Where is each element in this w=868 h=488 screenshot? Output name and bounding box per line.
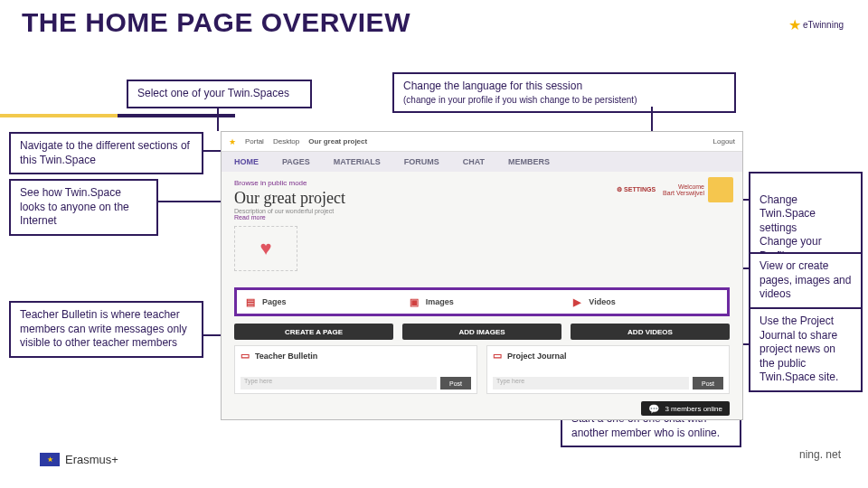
media-videos[interactable]: ▶Videos bbox=[563, 290, 727, 314]
nav-materials[interactable]: MATERIALS bbox=[334, 157, 381, 166]
journal-icon: ▭ bbox=[493, 350, 502, 361]
footer-url: ning. net bbox=[799, 448, 841, 461]
image-icon: ▣ bbox=[408, 296, 420, 308]
topbar-portal[interactable]: Portal bbox=[245, 137, 264, 145]
callout-change-language: Change the language for this session (ch… bbox=[392, 72, 736, 113]
project-journal: ▭Project Journal Type here Post bbox=[486, 345, 730, 394]
read-more-link[interactable]: Read more bbox=[234, 214, 266, 221]
etwinning-logo-label: eTwinning bbox=[803, 20, 844, 30]
callout-text: Teacher Bulletin is where teacher member… bbox=[20, 308, 187, 349]
callout-text: Change the language for this session bbox=[403, 80, 725, 94]
underline-accent bbox=[0, 114, 118, 117]
callout-text: View or create pages, images and videos bbox=[760, 259, 851, 300]
main-nav: HOME PAGES MATERIALS FORUMS CHAT MEMBERS bbox=[222, 152, 742, 172]
eu-flag-icon: ★ bbox=[40, 453, 60, 466]
project-body: Browse in public mode Our great project … bbox=[222, 172, 742, 278]
callout-text: Use the Project Journal to share project… bbox=[760, 314, 838, 383]
callout-select-twinspace: Select one of your Twin.Spaces bbox=[127, 80, 312, 108]
add-images-button[interactable]: ADD IMAGES bbox=[402, 324, 561, 340]
avatar[interactable] bbox=[708, 177, 733, 202]
connector bbox=[217, 107, 219, 131]
nav-home[interactable]: HOME bbox=[234, 157, 259, 166]
welcome-text: Welcome Bart Verswijvel bbox=[663, 183, 704, 196]
erasmus-logo: ★ Erasmus+ bbox=[40, 453, 118, 466]
callout-text: Navigate to the different sections of th… bbox=[20, 139, 190, 166]
journal-input[interactable]: Type here bbox=[493, 377, 689, 389]
callout-public-view: See how Twin.Space looks to anyone on th… bbox=[9, 179, 158, 236]
add-videos-button[interactable]: ADD VIDEOS bbox=[571, 324, 730, 340]
journal-title: Project Journal bbox=[507, 352, 567, 361]
topbar-project[interactable]: Our great project bbox=[308, 137, 367, 145]
twinspace-screenshot: ★ Portal Desktop Our great project Logou… bbox=[221, 131, 743, 420]
erasmus-label: Erasmus+ bbox=[65, 453, 118, 466]
callout-text: See how Twin.Space looks to anyone on th… bbox=[20, 186, 129, 227]
bulletin-post-button[interactable]: Post bbox=[440, 377, 471, 389]
book-icon: ▭ bbox=[241, 350, 250, 361]
logout-link[interactable]: Logout bbox=[713, 137, 735, 145]
video-icon: ▶ bbox=[571, 296, 583, 308]
media-pages[interactable]: ▤Pages bbox=[237, 290, 401, 314]
members-online-label: 3 members online bbox=[665, 405, 722, 413]
nav-members[interactable]: MEMBERS bbox=[508, 157, 550, 166]
project-image-placeholder: ♥ bbox=[234, 226, 297, 271]
project-subtitle: Description of our wonderful project Rea… bbox=[234, 208, 730, 221]
teacher-bulletin: ▭Teacher Bulletin Type here Post bbox=[234, 345, 477, 394]
nav-forums[interactable]: FORUMS bbox=[404, 157, 439, 166]
callout-text: Select one of your Twin.Spaces bbox=[137, 87, 289, 99]
callout-journal: Use the Project Journal to share project… bbox=[749, 307, 863, 392]
nav-pages[interactable]: PAGES bbox=[282, 157, 310, 166]
bulletin-row: ▭Teacher Bulletin Type here Post ▭Projec… bbox=[234, 345, 730, 394]
bulletin-input[interactable]: Type here bbox=[241, 377, 437, 389]
connector bbox=[158, 201, 221, 202]
create-page-button[interactable]: CREATE A PAGE bbox=[234, 324, 393, 340]
connector bbox=[651, 107, 653, 131]
callout-subtext: (change in your profile if you wish chan… bbox=[403, 94, 725, 106]
topbar: ★ Portal Desktop Our great project Logou… bbox=[222, 132, 742, 152]
page-title: THE HOME PAGE OVERVIEW bbox=[22, 7, 410, 38]
nav-chat[interactable]: CHAT bbox=[463, 157, 485, 166]
settings-link[interactable]: ⚙ SETTINGS bbox=[617, 186, 656, 193]
project-desc: Description of our wonderful project bbox=[234, 208, 334, 214]
welcome-box: ⚙ SETTINGS Welcome Bart Verswijvel bbox=[617, 177, 733, 202]
connector bbox=[203, 150, 221, 152]
etwinning-logo: ★ eTwinning bbox=[788, 11, 843, 38]
callout-navigate: Navigate to the different sections of th… bbox=[9, 132, 203, 174]
create-row: CREATE A PAGE ADD IMAGES ADD VIDEOS bbox=[234, 324, 730, 340]
members-online-button[interactable]: 3 members online bbox=[641, 401, 730, 416]
star-icon: ★ bbox=[788, 16, 801, 33]
callout-media: View or create pages, images and videos bbox=[749, 252, 863, 309]
callout-bulletin: Teacher Bulletin is where teacher member… bbox=[9, 301, 203, 358]
connector bbox=[203, 334, 221, 336]
page-icon: ▤ bbox=[244, 296, 257, 308]
journal-post-button[interactable]: Post bbox=[693, 377, 723, 389]
bulletin-title: Teacher Bulletin bbox=[255, 352, 317, 361]
topbar-desktop[interactable]: Desktop bbox=[273, 137, 299, 145]
media-images[interactable]: ▣Images bbox=[401, 290, 564, 314]
media-row: ▤Pages ▣Images ▶Videos bbox=[234, 287, 730, 316]
